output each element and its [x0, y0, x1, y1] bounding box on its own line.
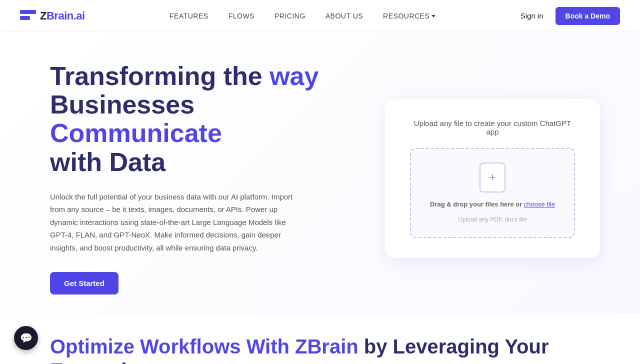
upload-card-title: Upload any file to create your custom Ch…	[410, 119, 575, 136]
nav-item-about-us[interactable]: ABOUT US	[326, 12, 363, 20]
drop-subtext: Upload any PDF, docx file	[458, 216, 526, 223]
file-plus-icon: +	[480, 162, 506, 192]
nav-links: FEATURES FLOWS PRICING ABOUT US RESOURCE…	[170, 12, 436, 20]
hero-title-line2-regular: Businesses	[50, 90, 194, 119]
book-demo-button[interactable]: Book a Demo	[556, 7, 620, 25]
nav-actions: Sign in Book a Demo	[520, 7, 620, 25]
hero-description: Unlock the full potential of your busine…	[50, 190, 295, 254]
chat-icon: 💬	[20, 332, 32, 344]
hero-title-line3: with Data	[50, 148, 166, 176]
bottom-title-accent: Optimize Workflows With ZBrain	[50, 336, 358, 358]
bottom-title: Optimize Workflows With ZBrain by Levera…	[50, 334, 590, 364]
drop-zone[interactable]: + Drag & drop your files here or choose …	[410, 148, 575, 238]
upload-card: Upload any file to create your custom Ch…	[385, 99, 600, 258]
hero-title-accent-way: way	[270, 62, 318, 90]
drop-text: Drag & drop your files here or choose fi…	[430, 200, 555, 208]
nav-link-about-us[interactable]: ABOUT US	[326, 12, 363, 20]
logo-icon	[20, 10, 36, 22]
nav-item-features[interactable]: FEATURES	[170, 12, 208, 20]
nav-item-pricing[interactable]: PRICING	[274, 12, 306, 20]
bottom-section: Optimize Workflows With ZBrain by Levera…	[0, 314, 640, 364]
nav-link-pricing[interactable]: PRICING	[274, 12, 306, 20]
nav-item-resources[interactable]: RESOURCES	[383, 12, 436, 20]
logo[interactable]: ZBrain.ai	[20, 10, 85, 22]
nav-link-features[interactable]: FEATURES	[170, 12, 208, 20]
hero-left: Transforming the way Businesses Communic…	[50, 62, 330, 294]
hero-title-line1-regular: Transforming the	[50, 62, 262, 90]
get-started-button[interactable]: Get Started	[50, 272, 118, 294]
chat-bubble-button[interactable]: 💬	[14, 326, 38, 350]
nav-link-flows[interactable]: FLOWS	[228, 12, 254, 20]
navbar: ZBrain.ai FEATURES FLOWS PRICING ABOUT U…	[0, 0, 640, 32]
hero-section: Transforming the way Businesses Communic…	[0, 32, 640, 314]
choose-file-link[interactable]: choose file	[524, 200, 555, 208]
nav-item-flows[interactable]: FLOWS	[228, 12, 254, 20]
nav-link-resources[interactable]: RESOURCES	[383, 12, 436, 20]
hero-title-line2-accent: Communicate	[50, 118, 222, 148]
chevron-down-icon	[432, 15, 436, 18]
sign-in-button[interactable]: Sign in	[520, 12, 544, 20]
logo-text: ZBrain.ai	[40, 10, 85, 22]
hero-title: Transforming the way Businesses Communic…	[50, 62, 330, 176]
